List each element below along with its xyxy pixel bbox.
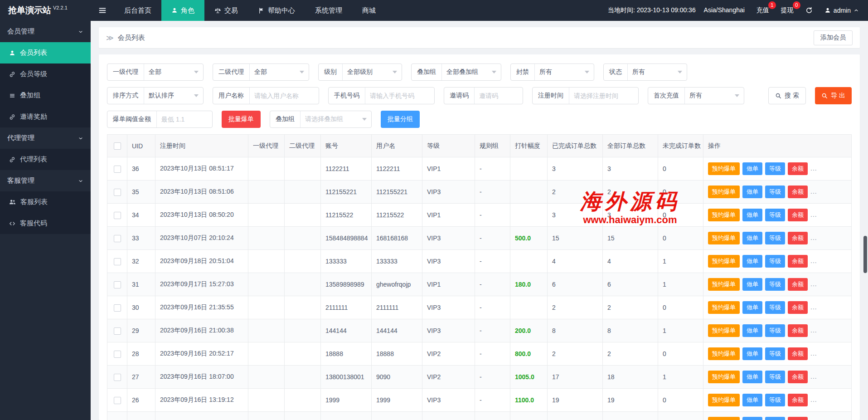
make-order-button[interactable]: 做单: [742, 232, 762, 244]
reserve-burst-button[interactable]: 预约爆单: [708, 278, 740, 291]
reserve-burst-button[interactable]: 预约爆单: [708, 255, 740, 268]
batch-group-filter[interactable]: 叠加组 请选择叠加组: [270, 111, 372, 128]
make-order-button[interactable]: 做单: [742, 371, 762, 383]
make-order-button[interactable]: 做单: [742, 301, 762, 314]
scrollbar-thumb[interactable]: [863, 236, 867, 273]
level-button[interactable]: 等级: [765, 209, 785, 221]
reserve-burst-button[interactable]: 预约爆单: [708, 347, 740, 360]
row-checkbox[interactable]: [114, 212, 121, 219]
search-button[interactable]: 搜 索: [768, 87, 806, 104]
sidebar-group-客服管理[interactable]: 客服管理: [0, 170, 91, 191]
level-button[interactable]: 等级: [765, 301, 785, 314]
balance-button[interactable]: 余额: [788, 371, 808, 383]
more-actions-button[interactable]: ...: [810, 350, 817, 357]
reserve-burst-button[interactable]: 预约爆单: [708, 301, 740, 314]
balance-button[interactable]: 余额: [788, 301, 808, 314]
balance-button[interactable]: 余额: [788, 162, 808, 175]
select-all-checkbox[interactable]: [114, 142, 121, 150]
make-order-button[interactable]: 做单: [742, 162, 762, 175]
sidebar-item-客服代码[interactable]: 客服代码: [0, 213, 91, 234]
balance-button[interactable]: 余额: [788, 347, 808, 360]
filter-首次充值[interactable]: 首次充值所有: [648, 87, 744, 104]
burst-amount-input[interactable]: [157, 111, 212, 127]
filter-排序方式[interactable]: 排序方式默认排序: [107, 87, 204, 104]
withdraw-button[interactable]: 提现 0: [781, 6, 794, 15]
row-checkbox[interactable]: [114, 327, 121, 335]
filter-input[interactable]: [569, 88, 638, 104]
sidebar-item-邀请奖励[interactable]: 邀请奖励: [0, 106, 91, 127]
nav-item-后台首页[interactable]: 后台首页: [114, 0, 161, 21]
reserve-burst-button[interactable]: 预约爆单: [708, 417, 740, 420]
more-actions-button[interactable]: ...: [810, 303, 817, 311]
level-button[interactable]: 等级: [765, 186, 785, 198]
filter-用户名称[interactable]: 用户名称: [213, 87, 319, 104]
batch-burst-button[interactable]: 批量爆单: [222, 111, 261, 128]
balance-button[interactable]: 余额: [788, 186, 808, 198]
nav-item-商城[interactable]: 商城: [352, 0, 386, 21]
filter-手机号码[interactable]: 手机号码: [328, 87, 435, 104]
filter-级别[interactable]: 级别全部级别: [318, 63, 402, 81]
sidebar-group-代理管理[interactable]: 代理管理: [0, 127, 91, 149]
level-button[interactable]: 等级: [765, 347, 785, 360]
make-order-button[interactable]: 做单: [742, 324, 762, 337]
row-checkbox[interactable]: [114, 258, 121, 265]
refresh-button[interactable]: [805, 7, 813, 14]
row-checkbox[interactable]: [114, 166, 121, 173]
sidebar-group-会员管理[interactable]: 会员管理: [0, 21, 91, 42]
nav-item-角色[interactable]: 角色: [161, 0, 204, 21]
balance-button[interactable]: 余额: [788, 232, 808, 244]
sidebar-item-叠加组[interactable]: 叠加组: [0, 85, 91, 106]
recharge-button[interactable]: 充值 1: [756, 6, 769, 15]
reserve-burst-button[interactable]: 预约爆单: [708, 371, 740, 383]
balance-button[interactable]: 余额: [788, 255, 808, 268]
reserve-burst-button[interactable]: 预约爆单: [708, 186, 740, 198]
level-button[interactable]: 等级: [765, 417, 785, 420]
more-actions-button[interactable]: ...: [810, 257, 817, 264]
reserve-burst-button[interactable]: 预约爆单: [708, 209, 740, 221]
nav-item-交易[interactable]: 交易: [204, 0, 248, 21]
nav-item-帮助中心[interactable]: 帮助中心: [248, 0, 305, 21]
add-member-button[interactable]: 添加会员: [814, 30, 853, 45]
sidebar-toggle-button[interactable]: [91, 0, 114, 21]
more-actions-button[interactable]: ...: [810, 396, 817, 403]
balance-button[interactable]: 余额: [788, 324, 808, 337]
more-actions-button[interactable]: ...: [810, 211, 817, 218]
row-checkbox[interactable]: [114, 397, 121, 404]
reserve-burst-button[interactable]: 预约爆单: [708, 232, 740, 244]
make-order-button[interactable]: 做单: [742, 394, 762, 406]
sidebar-item-客服列表[interactable]: 客服列表: [0, 191, 91, 213]
more-actions-button[interactable]: ...: [810, 165, 817, 172]
reserve-burst-button[interactable]: 预约爆单: [708, 324, 740, 337]
more-actions-button[interactable]: ...: [810, 373, 817, 380]
row-checkbox[interactable]: [114, 235, 121, 242]
row-checkbox[interactable]: [114, 281, 121, 288]
level-button[interactable]: 等级: [765, 371, 785, 383]
filter-input[interactable]: [250, 88, 319, 104]
level-button[interactable]: 等级: [765, 278, 785, 291]
filter-二级代理[interactable]: 二级代理全部: [213, 63, 309, 81]
sidebar-item-代理列表[interactable]: 代理列表: [0, 149, 91, 170]
filter-注册时间[interactable]: 注册时间: [532, 87, 639, 104]
level-button[interactable]: 等级: [765, 324, 785, 337]
reserve-burst-button[interactable]: 预约爆单: [708, 394, 740, 406]
filter-叠加组[interactable]: 叠加组全部叠加组: [411, 63, 501, 81]
batch-group-button[interactable]: 批量分组: [381, 111, 420, 128]
level-button[interactable]: 等级: [765, 232, 785, 244]
make-order-button[interactable]: 做单: [742, 209, 762, 221]
make-order-button[interactable]: 做单: [742, 417, 762, 420]
filter-一级代理[interactable]: 一级代理全部: [107, 63, 204, 81]
balance-button[interactable]: 余额: [788, 209, 808, 221]
level-button[interactable]: 等级: [765, 394, 785, 406]
filter-封禁[interactable]: 封禁所有: [510, 63, 594, 81]
filter-input[interactable]: [475, 88, 523, 104]
row-checkbox[interactable]: [114, 304, 121, 312]
user-menu[interactable]: admin: [824, 7, 859, 14]
make-order-button[interactable]: 做单: [742, 255, 762, 268]
more-actions-button[interactable]: ...: [810, 327, 817, 334]
balance-button[interactable]: 余额: [788, 278, 808, 291]
make-order-button[interactable]: 做单: [742, 347, 762, 360]
level-button[interactable]: 等级: [765, 162, 785, 175]
row-checkbox[interactable]: [114, 351, 121, 358]
more-actions-button[interactable]: ...: [810, 234, 817, 241]
reserve-burst-button[interactable]: 预约爆单: [708, 162, 740, 175]
